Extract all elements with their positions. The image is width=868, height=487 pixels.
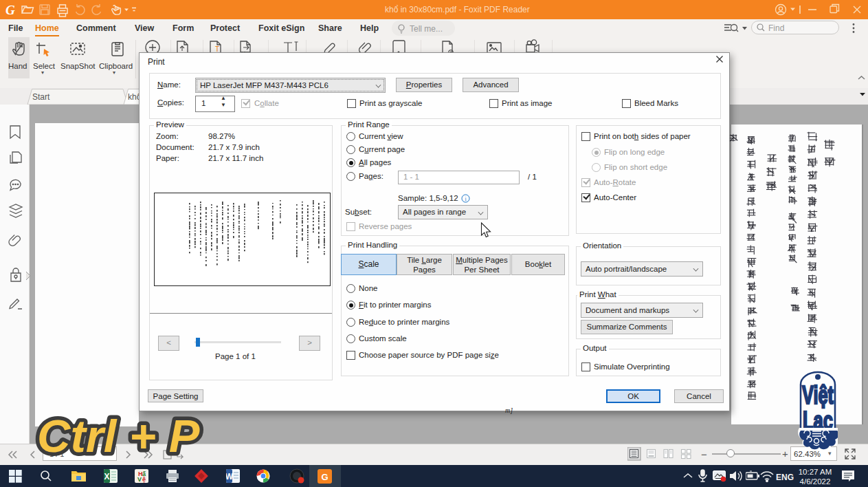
svg-text:i: i (465, 196, 467, 202)
svg-text:G: G (5, 3, 15, 17)
svg-text:G: G (321, 472, 328, 482)
svg-text:Ctrl + P: Ctrl + P (37, 410, 200, 462)
svg-text:ệ: ệ (142, 476, 146, 483)
svg-text:V: V (137, 476, 142, 483)
svg-text:Việt: Việt (802, 381, 834, 409)
